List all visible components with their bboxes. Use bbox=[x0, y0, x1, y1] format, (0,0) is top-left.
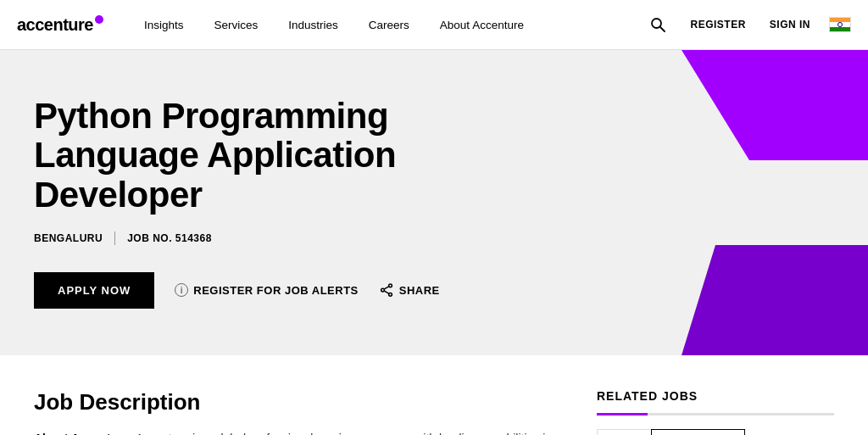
job-number: JOB NO. 514368 bbox=[127, 232, 212, 244]
hero-actions: APPLY NOW i REGISTER FOR JOB ALERTS SHAR… bbox=[34, 272, 542, 309]
flag-stripe-green bbox=[830, 27, 850, 31]
svg-point-4 bbox=[388, 293, 392, 297]
svg-point-3 bbox=[381, 288, 384, 292]
svg-marker-7 bbox=[682, 50, 868, 160]
accenture-chevron-graphic bbox=[597, 50, 868, 355]
svg-line-6 bbox=[384, 291, 388, 293]
tab-india[interactable]: INDIA bbox=[597, 429, 651, 435]
job-description-text: About Accenture: Accenture is a global p… bbox=[34, 429, 563, 435]
nav-link-services[interactable]: Services bbox=[199, 0, 274, 50]
share-label: SHARE bbox=[399, 284, 440, 297]
nav-link-careers[interactable]: Careers bbox=[353, 0, 425, 50]
svg-line-5 bbox=[384, 287, 388, 289]
sidebar: RELATED JOBS INDIA BENGALURU bbox=[597, 389, 834, 435]
nav-link-insights[interactable]: Insights bbox=[129, 0, 199, 50]
job-description-title: Job Description bbox=[34, 389, 563, 415]
nav-link-industries[interactable]: Industries bbox=[273, 0, 353, 50]
main-content: Job Description About Accenture: Accentu… bbox=[34, 389, 563, 435]
job-location: BENGALURU bbox=[34, 232, 103, 244]
nav-links: Insights Services Industries Careers Abo… bbox=[129, 0, 644, 50]
job-title: Python Programming Language Application … bbox=[34, 97, 542, 215]
svg-point-2 bbox=[388, 284, 392, 287]
related-jobs-title: RELATED JOBS bbox=[597, 389, 834, 403]
hero-decoration bbox=[597, 50, 868, 355]
related-jobs-divider bbox=[597, 413, 834, 415]
nav-right: REGISTER SIGN IN bbox=[644, 11, 851, 38]
logo-text: accenture bbox=[17, 15, 103, 35]
search-icon bbox=[649, 16, 666, 33]
country-flag[interactable] bbox=[829, 17, 851, 32]
nav-link-about[interactable]: About Accenture bbox=[425, 0, 539, 50]
signin-button[interactable]: SIGN IN bbox=[765, 15, 815, 34]
svg-point-0 bbox=[652, 19, 661, 28]
hero-section: Python Programming Language Application … bbox=[0, 50, 868, 355]
svg-line-1 bbox=[660, 27, 665, 31]
share-icon bbox=[379, 282, 394, 298]
logo[interactable]: accenture bbox=[17, 15, 103, 35]
navbar: accenture Insights Services Industries C… bbox=[0, 0, 868, 50]
register-button[interactable]: REGISTER bbox=[685, 15, 750, 34]
info-icon: i bbox=[175, 283, 188, 297]
logo-accent-dot bbox=[95, 15, 103, 24]
about-accenture-label: About Accenture: bbox=[34, 432, 133, 435]
share-link[interactable]: SHARE bbox=[379, 282, 440, 298]
apply-now-button[interactable]: APPLY NOW bbox=[34, 272, 154, 309]
meta-divider bbox=[114, 231, 115, 245]
svg-marker-8 bbox=[682, 245, 868, 355]
tab-bengaluru[interactable]: BENGALURU bbox=[651, 429, 745, 435]
hero-content: Python Programming Language Application … bbox=[0, 63, 576, 343]
search-button[interactable] bbox=[644, 11, 671, 38]
job-meta: BENGALURU JOB NO. 514368 bbox=[34, 231, 542, 245]
flag-stripe-white bbox=[830, 22, 850, 27]
related-jobs-tabs: INDIA BENGALURU bbox=[597, 429, 834, 435]
register-alerts-label: REGISTER FOR JOB ALERTS bbox=[193, 284, 358, 297]
flag-ashoka-chakra bbox=[837, 22, 843, 27]
body-section: Job Description About Accenture: Accentu… bbox=[0, 355, 868, 435]
register-alerts-link[interactable]: i REGISTER FOR JOB ALERTS bbox=[175, 283, 358, 297]
